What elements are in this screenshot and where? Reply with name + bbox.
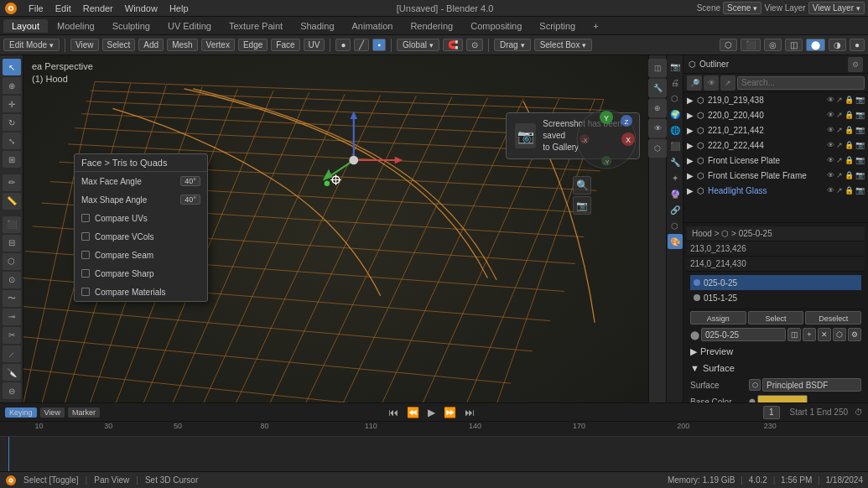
- tool-knife[interactable]: 🔪: [3, 364, 21, 381]
- tool-select[interactable]: ↖: [3, 59, 21, 75]
- prop-icon-scene[interactable]: 🌍: [668, 106, 683, 122]
- mesh-menu[interactable]: Mesh: [167, 39, 197, 51]
- ctx-max-shape-angle[interactable]: Max Shape Angle 40°: [75, 190, 207, 209]
- tool-cursor[interactable]: ⊕: [3, 77, 21, 94]
- select-btn[interactable]: Select: [748, 311, 804, 324]
- tab-modeling[interactable]: Modeling: [49, 19, 103, 33]
- current-frame-display[interactable]: 1: [763, 406, 780, 419]
- outliner-item-0[interactable]: ▶ ⬡ 219,0_219,438 👁↗🔒📷: [683, 92, 868, 107]
- tool-loop-cut[interactable]: ⊟: [3, 235, 21, 252]
- prop-icon-constraints[interactable]: 🔗: [668, 202, 683, 217]
- select-menu[interactable]: Select: [102, 39, 136, 51]
- prop-icon-modifier[interactable]: 🔧: [668, 154, 683, 169]
- material-new-btn[interactable]: +: [803, 328, 816, 341]
- material-name-field[interactable]: 025-0-25: [701, 328, 786, 341]
- outliner-item-2[interactable]: ▶ ⬡ 221,0_221,442 👁↗🔒📷: [683, 122, 868, 138]
- vertex-menu[interactable]: Vertex: [201, 39, 235, 51]
- tab-shading[interactable]: Shading: [292, 19, 342, 33]
- tool-rotate[interactable]: ↻: [3, 114, 21, 131]
- menu-window[interactable]: Window: [120, 3, 163, 14]
- material-slot-item-1[interactable]: 015-1-25: [690, 290, 861, 305]
- checkbox-compare-uvs[interactable]: [81, 214, 90, 222]
- tool-bisect[interactable]: ⊖: [3, 382, 21, 399]
- material-browse-btn[interactable]: ◫: [787, 328, 801, 341]
- checkbox-compare-seam[interactable]: [81, 251, 90, 259]
- shading-wireframe-btn[interactable]: ◫: [785, 39, 803, 51]
- tool-move[interactable]: ✛: [3, 96, 21, 112]
- menu-help[interactable]: Help: [164, 3, 194, 14]
- ctx-compare-vcols[interactable]: Compare VCols: [75, 227, 207, 246]
- viewport-gizmos-btn[interactable]: ⬡: [720, 39, 737, 51]
- right-icon-5[interactable]: ⬡: [648, 139, 667, 158]
- jump-start-btn[interactable]: ⏮: [386, 407, 401, 418]
- tool-measure[interactable]: 📏: [3, 193, 21, 210]
- edge-menu[interactable]: Edge: [238, 39, 268, 51]
- right-icon-2[interactable]: 🔧: [648, 79, 667, 97]
- tool-spin[interactable]: ⊙: [3, 272, 21, 288]
- tool-smooth[interactable]: 〜: [3, 290, 21, 307]
- tab-animation[interactable]: Animation: [344, 19, 402, 33]
- tab-texture-paint[interactable]: Texture Paint: [221, 19, 291, 33]
- material-slot-item-0[interactable]: 025-0-25: [690, 275, 861, 290]
- checkbox-compare-materials[interactable]: [81, 288, 90, 296]
- outliner-item-1[interactable]: ▶ ⬡ 220,0_220,440 👁↗🔒📷: [683, 107, 868, 122]
- outliner-item-4[interactable]: ▶ ⬡ Front License Plate 👁↗🔒📷: [683, 153, 868, 168]
- right-icon-1[interactable]: ◫: [648, 59, 667, 77]
- play-btn[interactable]: ▶: [425, 407, 438, 418]
- keying-tab[interactable]: Keying: [5, 408, 37, 418]
- view-btn[interactable]: View: [70, 39, 99, 51]
- view-tab[interactable]: View: [40, 408, 65, 418]
- ctx-compare-seam[interactable]: Compare Seam: [75, 246, 207, 264]
- base-color-swatch[interactable]: [757, 395, 808, 402]
- outliner-item-3[interactable]: ▶ ⬡ 222,0_222,444 👁↗🔒📷: [683, 138, 868, 153]
- tab-layout[interactable]: Layout: [3, 19, 48, 33]
- prop-icon-material[interactable]: 🎨: [668, 234, 683, 249]
- deselect-btn[interactable]: Deselect: [805, 311, 861, 324]
- shading-material-btn[interactable]: ◑: [829, 39, 846, 51]
- next-frame-btn[interactable]: ⏩: [441, 407, 459, 418]
- prop-icon-render[interactable]: 📷: [668, 59, 683, 74]
- material-copy-btn[interactable]: ⬡: [833, 328, 846, 341]
- proportional-edit[interactable]: ⊙: [466, 39, 483, 51]
- add-workspace-btn[interactable]: +: [585, 19, 606, 33]
- tab-compositing[interactable]: Compositing: [462, 19, 530, 33]
- tab-sculpting[interactable]: Sculpting: [104, 19, 159, 33]
- prop-icon-view-layer[interactable]: ⬡: [668, 91, 683, 106]
- timeline-playhead[interactable]: [8, 437, 9, 471]
- right-icon-4[interactable]: 👁: [648, 119, 667, 138]
- add-menu[interactable]: Add: [138, 39, 164, 51]
- edge-mode-btn[interactable]: ╱: [354, 39, 369, 51]
- checkbox-compare-sharp[interactable]: [81, 269, 90, 278]
- filter-icon-vis[interactable]: 👁: [704, 75, 719, 91]
- shading-render-btn[interactable]: ●: [850, 39, 865, 51]
- material-settings-btn[interactable]: ⚙: [848, 328, 861, 341]
- xray-btn[interactable]: ◎: [764, 39, 782, 51]
- timeline-track[interactable]: [0, 437, 868, 471]
- ctx-max-face-angle[interactable]: Max Face Angle 40°: [75, 172, 207, 190]
- prop-icon-output[interactable]: 🖨: [668, 75, 683, 90]
- timeline-bar[interactable]: 10 30 50 80 110 140 170 200 230: [0, 421, 868, 471]
- face-menu[interactable]: Face: [271, 39, 299, 51]
- shading-solid-btn[interactable]: ⬤: [806, 39, 825, 51]
- prop-icon-data[interactable]: ⬡: [668, 218, 683, 233]
- uv-menu[interactable]: UV: [304, 39, 325, 51]
- scene-dropdown[interactable]: Scene: [723, 2, 761, 14]
- checkbox-compare-vcols[interactable]: [81, 232, 90, 241]
- mode-dropdown[interactable]: Edit Mode: [3, 39, 60, 51]
- surface-type-value[interactable]: Principled BSDF: [762, 378, 861, 392]
- blender-icon[interactable]: [3, 1, 18, 16]
- ctx-compare-uvs[interactable]: Compare UVs: [75, 209, 207, 227]
- snap-toggle[interactable]: 🧲: [443, 39, 463, 51]
- outliner-item-6[interactable]: ▶ ⬡ Headlight Glass 👁↗🔒📷: [683, 183, 868, 198]
- menu-render[interactable]: Render: [78, 3, 118, 14]
- tab-rendering[interactable]: Rendering: [402, 19, 461, 33]
- tab-scripting[interactable]: Scripting: [531, 19, 584, 33]
- preview-section-header[interactable]: ▶ Preview: [687, 343, 865, 360]
- assign-btn[interactable]: Assign: [690, 311, 746, 324]
- outliner-item-5[interactable]: ▶ ⬡ Front License Plate Frame 👁↗🔒📷: [683, 168, 868, 183]
- outliner-search-input[interactable]: [737, 76, 865, 90]
- menu-file[interactable]: File: [23, 3, 49, 14]
- tool-scale[interactable]: ⤡: [3, 132, 21, 149]
- prop-icon-world[interactable]: 🌐: [668, 122, 683, 138]
- menu-edit[interactable]: Edit: [50, 3, 76, 14]
